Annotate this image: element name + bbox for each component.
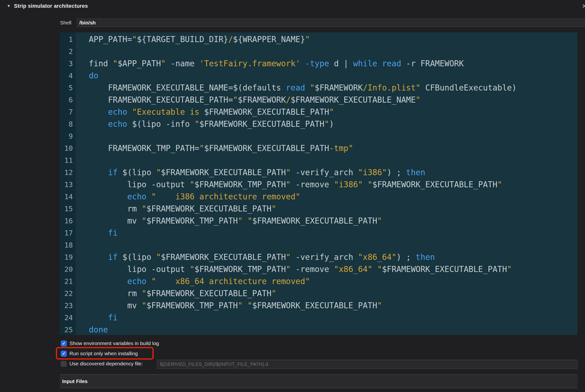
line-number: 17 [60, 227, 76, 239]
line-number: 16 [60, 215, 76, 227]
code-line[interactable]: done [76, 324, 578, 335]
code-line[interactable]: rm "$FRAMEWORK_EXECUTABLE_PATH" [76, 203, 578, 215]
code-line[interactable]: APP_PATH="${TARGET_BUILD_DIR}/${WRAPPER_… [76, 34, 578, 46]
check-icon: ✓ [62, 342, 65, 346]
show-env-label: Show environment variables in build log [69, 340, 159, 346]
code-line[interactable]: FRAMEWORK_EXECUTABLE_PATH="$FRAMEWORK/$F… [76, 94, 578, 106]
code-line[interactable]: echo "Executable is $FRAMEWORK_EXECUTABL… [76, 106, 578, 118]
install-only-checkbox[interactable]: ✓ [61, 350, 67, 357]
code-line[interactable]: do [76, 70, 578, 82]
code-line[interactable]: FRAMEWORK_TMP_PATH="$FRAMEWORK_EXECUTABL… [76, 142, 578, 154]
dependency-file-label: Use discovered dependency file: [69, 361, 143, 366]
dependency-file-field[interactable] [157, 360, 578, 369]
line-number: 10 [60, 142, 76, 154]
line-number: 25 [60, 324, 76, 336]
code-line[interactable] [76, 239, 578, 251]
code-line[interactable] [76, 154, 578, 166]
line-number: 12 [60, 166, 76, 178]
dependency-file-checkbox[interactable]: ✓ [61, 361, 67, 367]
line-number: 4 [60, 70, 76, 82]
code-line[interactable]: echo " x86_64 architecture removed" [76, 275, 578, 288]
code-line[interactable]: FRAMEWORK_EXECUTABLE_NAME=$(defaults rea… [76, 82, 578, 94]
code-line[interactable]: echo " i386 architecture removed" [76, 191, 578, 203]
code-line[interactable]: if $(lipo "$FRAMEWORK_EXECUTABLE_PATH" -… [76, 166, 578, 178]
show-env-checkbox[interactable]: ✓ [61, 340, 67, 346]
line-number: 8 [60, 118, 76, 130]
line-number: 7 [60, 106, 76, 118]
line-number: 23 [60, 300, 76, 312]
build-phase-header: ▼ Strip simulator architectures [7, 3, 88, 9]
code-line[interactable]: lipo -output "$FRAMEWORK_TMP_PATH" -remo… [76, 263, 578, 275]
code-line[interactable]: if $(lipo "$FRAMEWORK_EXECUTABLE_PATH" -… [76, 251, 578, 263]
disclosure-triangle-icon[interactable]: ▼ [7, 4, 11, 8]
line-number: 5 [60, 82, 76, 94]
line-numbers: 1234567891011121314151617181920212223242… [60, 32, 76, 335]
line-number: 24 [60, 312, 76, 324]
check-icon: ✓ [62, 352, 65, 356]
code-line[interactable]: echo $(lipo -info "$FRAMEWORK_EXECUTABLE… [76, 118, 578, 130]
code-line[interactable]: find "$APP_PATH" -name 'TestFairy.framew… [76, 58, 578, 70]
code-line[interactable] [76, 130, 578, 142]
line-number: 22 [60, 288, 76, 300]
line-number: 1 [60, 34, 76, 46]
shell-label: Shell [49, 20, 71, 26]
code-lines[interactable]: APP_PATH="${TARGET_BUILD_DIR}/${WRAPPER_… [76, 32, 578, 335]
install-only-label: Run script only when installing [69, 350, 138, 356]
close-icon[interactable]: × [582, 2, 585, 10]
line-number: 9 [60, 130, 76, 142]
code-line[interactable]: lipo -output "$FRAMEWORK_TMP_PATH" -remo… [76, 178, 578, 191]
line-number: 18 [60, 239, 76, 251]
line-number: 6 [60, 94, 76, 106]
option-dependency-file: ✓ Use discovered dependency file: [61, 360, 143, 367]
line-number: 11 [60, 154, 76, 166]
line-number: 13 [60, 178, 76, 191]
line-number: 21 [60, 275, 76, 288]
option-install-only: ✓ Run script only when installing [61, 350, 138, 357]
script-editor: 1234567891011121314151617181920212223242… [60, 32, 578, 335]
code-line[interactable] [76, 46, 578, 58]
input-files-label: Input Files [60, 378, 87, 384]
line-number: 20 [60, 263, 76, 275]
line-number: 3 [60, 58, 76, 70]
line-number: 2 [60, 46, 76, 58]
input-files-section-header: Input Files [60, 374, 578, 388]
line-number: 15 [60, 203, 76, 215]
code-line[interactable]: rm "$FRAMEWORK_EXECUTABLE_PATH" [76, 288, 578, 300]
code-line[interactable]: mv "$FRAMEWORK_TMP_PATH" "$FRAMEWORK_EXE… [76, 300, 578, 312]
line-number: 19 [60, 251, 76, 263]
option-show-env: ✓ Show environment variables in build lo… [61, 340, 159, 346]
shell-path-field[interactable] [76, 18, 585, 27]
code-line[interactable]: mv "$FRAMEWORK_TMP_PATH" "$FRAMEWORK_EXE… [76, 215, 578, 227]
code-line[interactable]: fi [76, 227, 578, 239]
code-line[interactable]: fi [76, 312, 578, 324]
phase-title: Strip simulator architectures [14, 3, 88, 9]
line-number: 14 [60, 191, 76, 203]
